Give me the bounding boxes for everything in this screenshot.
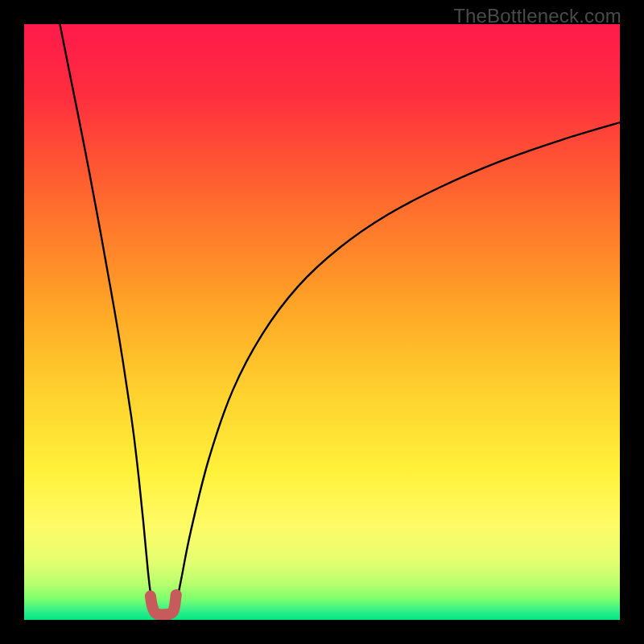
watermark-text: TheBottleneck.com xyxy=(453,5,621,27)
chart-frame: TheBottleneck.com xyxy=(0,0,644,644)
plot-area xyxy=(24,24,620,620)
gradient-background xyxy=(24,24,620,620)
chart-svg xyxy=(24,24,620,620)
